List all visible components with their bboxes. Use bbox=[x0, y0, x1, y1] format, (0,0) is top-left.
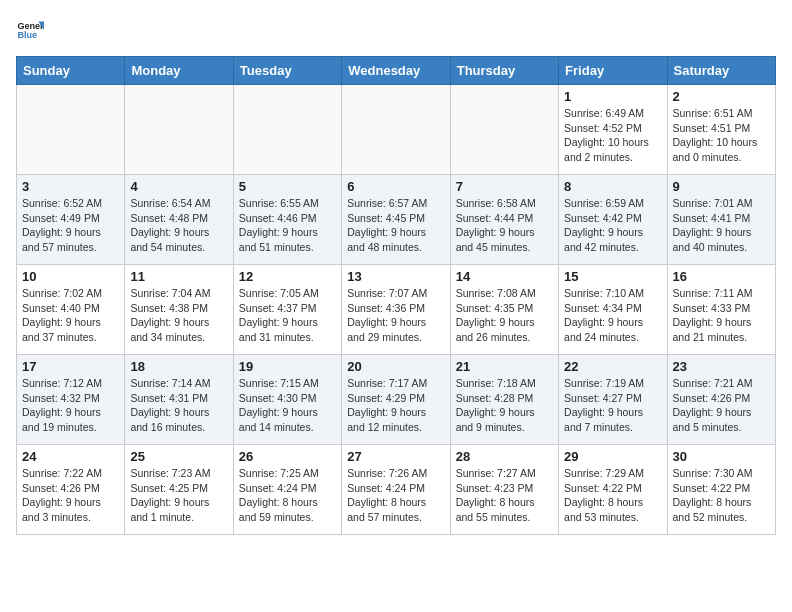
day-number: 22 bbox=[564, 359, 661, 374]
calendar-day-cell: 3Sunrise: 6:52 AM Sunset: 4:49 PM Daylig… bbox=[17, 175, 125, 265]
calendar-day-cell: 5Sunrise: 6:55 AM Sunset: 4:46 PM Daylig… bbox=[233, 175, 341, 265]
logo: General Blue bbox=[16, 16, 44, 44]
calendar-day-cell: 9Sunrise: 7:01 AM Sunset: 4:41 PM Daylig… bbox=[667, 175, 775, 265]
day-number: 23 bbox=[673, 359, 770, 374]
calendar-day-cell: 16Sunrise: 7:11 AM Sunset: 4:33 PM Dayli… bbox=[667, 265, 775, 355]
day-number: 7 bbox=[456, 179, 553, 194]
calendar-day-cell: 24Sunrise: 7:22 AM Sunset: 4:26 PM Dayli… bbox=[17, 445, 125, 535]
weekday-header: Monday bbox=[125, 57, 233, 85]
day-info: Sunrise: 6:54 AM Sunset: 4:48 PM Dayligh… bbox=[130, 196, 227, 255]
day-info: Sunrise: 7:01 AM Sunset: 4:41 PM Dayligh… bbox=[673, 196, 770, 255]
weekday-header: Thursday bbox=[450, 57, 558, 85]
day-number: 6 bbox=[347, 179, 444, 194]
calendar-week-row: 10Sunrise: 7:02 AM Sunset: 4:40 PM Dayli… bbox=[17, 265, 776, 355]
weekday-header: Sunday bbox=[17, 57, 125, 85]
day-number: 19 bbox=[239, 359, 336, 374]
day-number: 28 bbox=[456, 449, 553, 464]
calendar-day-cell: 6Sunrise: 6:57 AM Sunset: 4:45 PM Daylig… bbox=[342, 175, 450, 265]
page-header: General Blue bbox=[16, 16, 776, 44]
calendar-day-cell: 1Sunrise: 6:49 AM Sunset: 4:52 PM Daylig… bbox=[559, 85, 667, 175]
calendar-day-cell bbox=[17, 85, 125, 175]
day-info: Sunrise: 7:12 AM Sunset: 4:32 PM Dayligh… bbox=[22, 376, 119, 435]
day-number: 9 bbox=[673, 179, 770, 194]
day-info: Sunrise: 7:15 AM Sunset: 4:30 PM Dayligh… bbox=[239, 376, 336, 435]
calendar-day-cell: 12Sunrise: 7:05 AM Sunset: 4:37 PM Dayli… bbox=[233, 265, 341, 355]
day-number: 11 bbox=[130, 269, 227, 284]
day-number: 24 bbox=[22, 449, 119, 464]
day-info: Sunrise: 7:05 AM Sunset: 4:37 PM Dayligh… bbox=[239, 286, 336, 345]
calendar-week-row: 1Sunrise: 6:49 AM Sunset: 4:52 PM Daylig… bbox=[17, 85, 776, 175]
calendar-day-cell: 8Sunrise: 6:59 AM Sunset: 4:42 PM Daylig… bbox=[559, 175, 667, 265]
day-number: 1 bbox=[564, 89, 661, 104]
day-number: 15 bbox=[564, 269, 661, 284]
calendar-day-cell: 4Sunrise: 6:54 AM Sunset: 4:48 PM Daylig… bbox=[125, 175, 233, 265]
day-info: Sunrise: 6:58 AM Sunset: 4:44 PM Dayligh… bbox=[456, 196, 553, 255]
calendar-day-cell: 28Sunrise: 7:27 AM Sunset: 4:23 PM Dayli… bbox=[450, 445, 558, 535]
calendar-day-cell bbox=[125, 85, 233, 175]
calendar-day-cell: 15Sunrise: 7:10 AM Sunset: 4:34 PM Dayli… bbox=[559, 265, 667, 355]
weekday-header: Tuesday bbox=[233, 57, 341, 85]
calendar-day-cell: 10Sunrise: 7:02 AM Sunset: 4:40 PM Dayli… bbox=[17, 265, 125, 355]
day-info: Sunrise: 7:07 AM Sunset: 4:36 PM Dayligh… bbox=[347, 286, 444, 345]
calendar-day-cell: 14Sunrise: 7:08 AM Sunset: 4:35 PM Dayli… bbox=[450, 265, 558, 355]
weekday-header: Saturday bbox=[667, 57, 775, 85]
calendar-day-cell bbox=[233, 85, 341, 175]
calendar-day-cell bbox=[342, 85, 450, 175]
calendar-day-cell: 19Sunrise: 7:15 AM Sunset: 4:30 PM Dayli… bbox=[233, 355, 341, 445]
calendar-day-cell: 18Sunrise: 7:14 AM Sunset: 4:31 PM Dayli… bbox=[125, 355, 233, 445]
day-info: Sunrise: 7:21 AM Sunset: 4:26 PM Dayligh… bbox=[673, 376, 770, 435]
calendar-week-row: 24Sunrise: 7:22 AM Sunset: 4:26 PM Dayli… bbox=[17, 445, 776, 535]
day-number: 4 bbox=[130, 179, 227, 194]
day-number: 20 bbox=[347, 359, 444, 374]
calendar-day-cell: 13Sunrise: 7:07 AM Sunset: 4:36 PM Dayli… bbox=[342, 265, 450, 355]
day-info: Sunrise: 6:52 AM Sunset: 4:49 PM Dayligh… bbox=[22, 196, 119, 255]
calendar-day-cell: 30Sunrise: 7:30 AM Sunset: 4:22 PM Dayli… bbox=[667, 445, 775, 535]
day-info: Sunrise: 6:51 AM Sunset: 4:51 PM Dayligh… bbox=[673, 106, 770, 165]
day-info: Sunrise: 7:04 AM Sunset: 4:38 PM Dayligh… bbox=[130, 286, 227, 345]
day-number: 21 bbox=[456, 359, 553, 374]
day-number: 2 bbox=[673, 89, 770, 104]
logo-icon: General Blue bbox=[16, 16, 44, 44]
day-info: Sunrise: 6:49 AM Sunset: 4:52 PM Dayligh… bbox=[564, 106, 661, 165]
day-number: 25 bbox=[130, 449, 227, 464]
day-info: Sunrise: 7:27 AM Sunset: 4:23 PM Dayligh… bbox=[456, 466, 553, 525]
day-info: Sunrise: 7:14 AM Sunset: 4:31 PM Dayligh… bbox=[130, 376, 227, 435]
day-number: 5 bbox=[239, 179, 336, 194]
calendar-day-cell bbox=[450, 85, 558, 175]
day-info: Sunrise: 6:55 AM Sunset: 4:46 PM Dayligh… bbox=[239, 196, 336, 255]
calendar-day-cell: 22Sunrise: 7:19 AM Sunset: 4:27 PM Dayli… bbox=[559, 355, 667, 445]
calendar-week-row: 17Sunrise: 7:12 AM Sunset: 4:32 PM Dayli… bbox=[17, 355, 776, 445]
day-info: Sunrise: 7:19 AM Sunset: 4:27 PM Dayligh… bbox=[564, 376, 661, 435]
day-number: 18 bbox=[130, 359, 227, 374]
calendar-header-row: SundayMondayTuesdayWednesdayThursdayFrid… bbox=[17, 57, 776, 85]
day-info: Sunrise: 7:18 AM Sunset: 4:28 PM Dayligh… bbox=[456, 376, 553, 435]
day-info: Sunrise: 7:02 AM Sunset: 4:40 PM Dayligh… bbox=[22, 286, 119, 345]
calendar-day-cell: 29Sunrise: 7:29 AM Sunset: 4:22 PM Dayli… bbox=[559, 445, 667, 535]
calendar-day-cell: 20Sunrise: 7:17 AM Sunset: 4:29 PM Dayli… bbox=[342, 355, 450, 445]
day-info: Sunrise: 7:08 AM Sunset: 4:35 PM Dayligh… bbox=[456, 286, 553, 345]
day-info: Sunrise: 7:23 AM Sunset: 4:25 PM Dayligh… bbox=[130, 466, 227, 525]
calendar-day-cell: 2Sunrise: 6:51 AM Sunset: 4:51 PM Daylig… bbox=[667, 85, 775, 175]
weekday-header: Friday bbox=[559, 57, 667, 85]
day-number: 17 bbox=[22, 359, 119, 374]
day-number: 16 bbox=[673, 269, 770, 284]
calendar-day-cell: 26Sunrise: 7:25 AM Sunset: 4:24 PM Dayli… bbox=[233, 445, 341, 535]
day-number: 3 bbox=[22, 179, 119, 194]
day-info: Sunrise: 6:57 AM Sunset: 4:45 PM Dayligh… bbox=[347, 196, 444, 255]
calendar-day-cell: 17Sunrise: 7:12 AM Sunset: 4:32 PM Dayli… bbox=[17, 355, 125, 445]
calendar-day-cell: 21Sunrise: 7:18 AM Sunset: 4:28 PM Dayli… bbox=[450, 355, 558, 445]
calendar-table: SundayMondayTuesdayWednesdayThursdayFrid… bbox=[16, 56, 776, 535]
day-number: 14 bbox=[456, 269, 553, 284]
day-number: 29 bbox=[564, 449, 661, 464]
day-number: 13 bbox=[347, 269, 444, 284]
day-info: Sunrise: 7:10 AM Sunset: 4:34 PM Dayligh… bbox=[564, 286, 661, 345]
day-info: Sunrise: 7:26 AM Sunset: 4:24 PM Dayligh… bbox=[347, 466, 444, 525]
day-number: 27 bbox=[347, 449, 444, 464]
day-info: Sunrise: 6:59 AM Sunset: 4:42 PM Dayligh… bbox=[564, 196, 661, 255]
calendar-day-cell: 27Sunrise: 7:26 AM Sunset: 4:24 PM Dayli… bbox=[342, 445, 450, 535]
day-info: Sunrise: 7:25 AM Sunset: 4:24 PM Dayligh… bbox=[239, 466, 336, 525]
calendar-day-cell: 23Sunrise: 7:21 AM Sunset: 4:26 PM Dayli… bbox=[667, 355, 775, 445]
day-number: 10 bbox=[22, 269, 119, 284]
calendar-week-row: 3Sunrise: 6:52 AM Sunset: 4:49 PM Daylig… bbox=[17, 175, 776, 265]
calendar-day-cell: 11Sunrise: 7:04 AM Sunset: 4:38 PM Dayli… bbox=[125, 265, 233, 355]
